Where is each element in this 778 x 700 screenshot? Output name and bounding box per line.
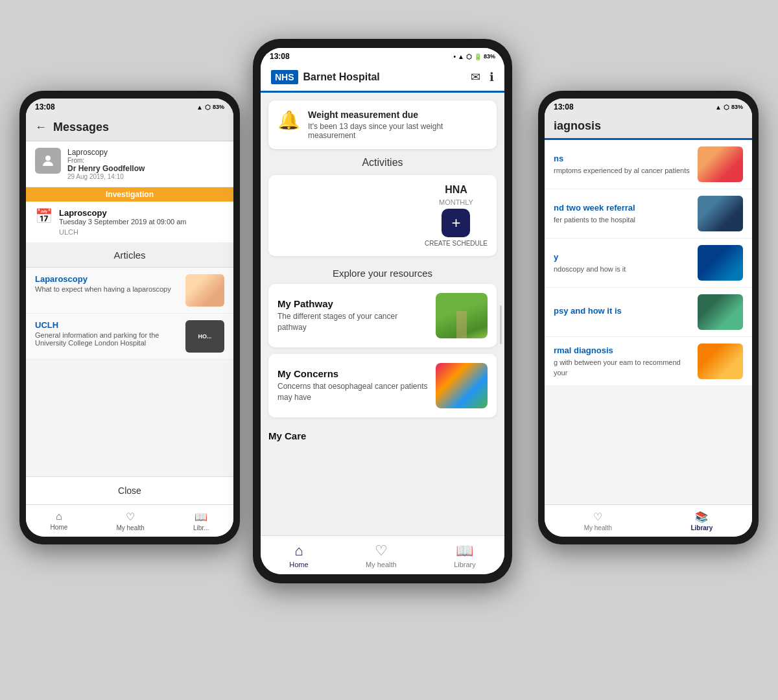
article-desc-2: General information and parking for the …	[35, 331, 179, 347]
scroll-indicator	[500, 305, 502, 344]
right-status-icons: ▲ ⬡ 83%	[715, 104, 743, 111]
article-item-uclh[interactable]: UCLH General information and parking for…	[26, 314, 233, 360]
message-content: Laproscopy From: Dr Henry Goodfellow 29 …	[67, 148, 145, 180]
resource-title-pathway: My Pathway	[277, 298, 428, 309]
explore-heading: Explore your resources	[261, 268, 504, 279]
article-text-2: UCLH General information and parking for…	[35, 320, 179, 353]
appointment-title: Laproscopy	[59, 208, 187, 218]
close-button[interactable]: Close	[118, 485, 141, 496]
myhealth-icon-right: ♡	[593, 511, 602, 523]
right-phone: 13:08 ▲ ⬡ 83% iagnosis ns rmptoms experi…	[538, 91, 759, 544]
alert-card[interactable]: 🔔 Weight measurement due It's been 13 da…	[268, 100, 497, 149]
library-icon-center: 📖	[456, 542, 473, 559]
diag-desc-5: g with between your eam to recommend you…	[554, 358, 691, 378]
hna-monthly: MONTHLY	[439, 198, 473, 206]
diag-item-1[interactable]: ns rmptoms experienced by al cancer pati…	[545, 140, 752, 189]
center-phone: 13:08 • ▲ ⬡ 🔋 83% NHS Barnet Hospital ✉ …	[253, 39, 512, 583]
message-title: Laproscopy	[67, 148, 145, 157]
hna-plus-button[interactable]: +	[442, 209, 470, 237]
right-scroll-area[interactable]: ns rmptoms experienced by al cancer pati…	[545, 140, 752, 516]
concerns-image	[436, 363, 488, 408]
resource-desc-pathway: The different stages of your cancer path…	[277, 311, 428, 333]
diag-title-1: ns	[554, 153, 691, 165]
nhs-logo: NHS	[271, 70, 298, 84]
myhealth-icon-center: ♡	[375, 542, 388, 559]
hna-create-label: CREATE SCHEDULE	[425, 240, 488, 247]
center-screen: 13:08 • ▲ ⬡ 🔋 83% NHS Barnet Hospital ✉ …	[261, 48, 504, 574]
center-nav-library-label: Library	[454, 561, 476, 568]
center-status-icons: • ▲ ⬡ 🔋 83%	[454, 53, 495, 60]
left-status-icons: ▲ ⬡ 83%	[196, 104, 224, 111]
message-item[interactable]: Laproscopy From: Dr Henry Goodfellow 29 …	[26, 141, 233, 187]
article-desc-1: What to expect when having a laparoscopy	[35, 285, 179, 293]
back-button[interactable]: ←	[35, 121, 47, 134]
library-icon-right: 📚	[695, 511, 708, 523]
left-nav-myhealth[interactable]: ♡ My health	[116, 511, 144, 531]
center-nav-myhealth-label: My health	[366, 561, 397, 568]
header-icons: ✉ ℹ	[471, 70, 494, 84]
center-nav-home-label: Home	[289, 561, 308, 568]
right-signal-icon: ⬡	[724, 104, 729, 111]
diagnosis-title-partial: iagnosis	[554, 119, 601, 132]
left-nav-library-label: Libr...	[193, 524, 209, 531]
resource-desc-concerns: Concerns that oesophageal cancer patient…	[277, 381, 428, 403]
appointment-item[interactable]: 📅 Laproscopy Tuesday 3 September 2019 at…	[26, 202, 233, 243]
left-nav-myhealth-label: My health	[116, 524, 144, 531]
diagnosis-title: iagnosis	[554, 119, 743, 133]
center-status-bar: 13:08 • ▲ ⬡ 🔋 83%	[261, 48, 504, 64]
center-nav-library[interactable]: 📖 Library	[454, 542, 476, 568]
resource-img-concerns	[436, 363, 488, 408]
right-nav-library[interactable]: 📚 Library	[690, 511, 713, 531]
center-nav-home[interactable]: ⌂ Home	[289, 542, 308, 568]
left-bottom-nav: ⌂ Home ♡ My health 📖 Libr...	[26, 504, 233, 537]
right-screen: 13:08 ▲ ⬡ 83% iagnosis ns rmptoms experi…	[545, 99, 752, 537]
center-nav-myhealth[interactable]: ♡ My health	[366, 542, 397, 568]
article-item-laparoscopy[interactable]: Laparoscopy What to expect when having a…	[26, 268, 233, 314]
article-title-2: UCLH	[35, 320, 179, 330]
myhealth-icon-left: ♡	[126, 511, 135, 523]
right-time: 13:08	[554, 102, 574, 111]
svg-point-0	[45, 156, 51, 161]
message-from-label: From:	[67, 157, 145, 164]
info-icon[interactable]: ℹ	[489, 70, 494, 84]
diag-title-5: rmal diagnosis	[554, 345, 691, 356]
activities-area: HNA MONTHLY + CREATE SCHEDULE	[261, 175, 504, 262]
center-header: NHS Barnet Hospital ✉ ℹ	[261, 64, 504, 93]
center-bottom-nav: ⌂ Home ♡ My health 📖 Library	[261, 535, 504, 574]
pathway-image	[436, 293, 488, 338]
center-dot: •	[454, 53, 456, 60]
message-date: 29 Aug 2019, 14:10	[67, 173, 145, 180]
right-nav-myhealth[interactable]: ♡ My health	[584, 511, 612, 531]
resource-title-concerns: My Concerns	[277, 368, 428, 379]
activities-heading: Activities	[261, 157, 504, 169]
diag-title-4: psy and how it is	[554, 305, 691, 317]
diag-text-3: y ndoscopy and how is it	[554, 251, 691, 275]
bell-icon: 🔔	[277, 110, 300, 131]
hna-card[interactable]: HNA MONTHLY + CREATE SCHEDULE	[268, 175, 497, 256]
message-sender: Dr Henry Goodfellow	[67, 164, 145, 173]
left-header: ← Messages	[26, 114, 233, 141]
wifi-icon: ⬡	[205, 104, 211, 111]
center-scroll-area[interactable]: 🔔 Weight measurement due It's been 13 da…	[261, 93, 504, 557]
diag-desc-1: rmptoms experienced by al cancer patient…	[554, 166, 691, 176]
left-nav-library[interactable]: 📖 Libr...	[193, 511, 209, 531]
diag-item-2[interactable]: nd two week referral fer patients to the…	[545, 189, 752, 239]
library-icon-left: 📖	[194, 511, 207, 523]
diag-item-3[interactable]: y ndoscopy and how is it	[545, 239, 752, 288]
resource-card-pathway[interactable]: My Pathway The different stages of your …	[268, 284, 497, 347]
diag-img-5	[698, 344, 743, 379]
close-button-row: Close	[26, 476, 233, 504]
home-icon-center: ⌂	[294, 542, 303, 559]
center-battery: 83%	[484, 53, 495, 60]
article-text-1: Laparoscopy What to expect when having a…	[35, 274, 179, 307]
left-battery: 83%	[213, 104, 224, 110]
left-nav-home[interactable]: ⌂ Home	[51, 511, 68, 531]
right-nav-library-label: Library	[690, 524, 713, 531]
diag-item-5[interactable]: rmal diagnosis g with between your eam t…	[545, 337, 752, 386]
resource-card-concerns[interactable]: My Concerns Concerns that oesophageal ca…	[268, 354, 497, 417]
diag-title-3: y	[554, 251, 691, 263]
mail-icon[interactable]: ✉	[471, 70, 480, 84]
diag-img-4	[698, 294, 743, 330]
diag-item-4[interactable]: psy and how it is	[545, 288, 752, 337]
diag-desc-3: ndoscopy and how is it	[554, 264, 691, 274]
